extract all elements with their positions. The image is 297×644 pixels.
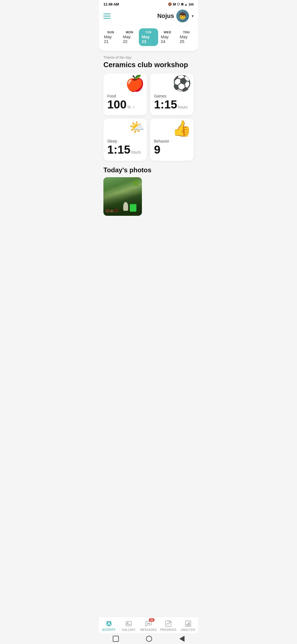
battery-icon: 100: [189, 3, 194, 6]
food-unit: %: [127, 105, 131, 109]
sleep-card[interactable]: 🌤️ Sleep 1:15 hours: [103, 119, 147, 160]
games-card[interactable]: ⚽ Games 1:15 hours: [150, 73, 194, 115]
day-name: SUN: [107, 31, 114, 34]
theme-title: Ceramics club workshop: [103, 61, 194, 69]
mute-icon: 🔕: [168, 2, 172, 6]
food-arrow-icon: ›: [133, 104, 134, 110]
games-number: 1:15: [154, 98, 177, 111]
behavior-label: Behavior: [154, 139, 190, 143]
sleep-number: 1:15: [107, 143, 130, 156]
photo-thumbnail[interactable]: [103, 177, 142, 216]
wifi-icon: ▲: [185, 3, 188, 6]
hamburger-line: [103, 16, 111, 17]
food-card[interactable]: 🍎 Food 100 % ›: [103, 73, 147, 115]
behavior-number: 9: [154, 143, 160, 156]
hamburger-line: [103, 13, 111, 14]
day-date: May 24: [161, 34, 174, 44]
day-date: May 23: [142, 34, 155, 44]
app-header: Nojus ▾: [99, 7, 198, 26]
avatar-image: [176, 10, 189, 22]
sleep-label: Sleep: [107, 139, 143, 143]
calendar-day-thu[interactable]: THU May 25: [177, 28, 196, 46]
main-content: Theme of the day Ceramics club workshop …: [99, 51, 198, 161]
hamburger-line: [103, 18, 111, 19]
mail-icon: M: [173, 2, 176, 6]
user-name-label: Nojus: [157, 12, 174, 20]
food-label: Food: [107, 94, 143, 98]
chevron-down-icon[interactable]: ▾: [192, 14, 194, 18]
food-number: 100: [107, 98, 127, 111]
games-value: 1:15 hours: [154, 98, 190, 111]
behavior-value: 9: [154, 143, 190, 156]
ceramics-photo-image: [103, 177, 142, 216]
day-name: WED: [164, 31, 171, 34]
day-date: May 21: [104, 34, 117, 44]
photos-section: Today's photos: [99, 166, 198, 221]
games-unit: hours: [178, 105, 188, 109]
food-icon: 🍎: [125, 76, 145, 91]
status-icons: 🔕 M ⬡ ⊠ ▲ 100: [168, 2, 194, 6]
calendar-day-mon[interactable]: MON May 22: [120, 28, 139, 46]
behavior-card[interactable]: 👍 Behavior 9: [150, 119, 194, 160]
calendar-day-sun[interactable]: SUN May 21: [101, 28, 120, 46]
header-user-section: Nojus ▾: [157, 10, 194, 22]
day-date: May 25: [180, 34, 193, 44]
sleep-unit: hours: [131, 150, 141, 154]
calendar-strip: SUN May 21 MON May 22 TUE May 23 WED May…: [99, 26, 198, 51]
day-name: TUE: [145, 31, 152, 34]
sleep-value: 1:15 hours: [107, 143, 143, 156]
calendar-day-wed[interactable]: WED May 24: [158, 28, 177, 46]
hamburger-menu-button[interactable]: [103, 13, 111, 19]
day-name: MON: [126, 31, 133, 34]
behavior-icon: 👍: [172, 121, 191, 136]
bluetooth-icon: ⬡: [177, 2, 180, 6]
status-time: 11:49 AM: [103, 2, 119, 6]
day-date: May 22: [123, 34, 136, 44]
user-avatar[interactable]: [176, 10, 189, 22]
games-icon: ⚽: [172, 76, 191, 91]
calendar-day-tue[interactable]: TUE May 23: [139, 28, 158, 46]
food-value: 100 % ›: [107, 98, 143, 111]
day-name: THU: [183, 31, 190, 34]
games-label: Games: [154, 94, 190, 98]
sleep-icon: 🌤️: [129, 121, 145, 133]
activity-cards-grid: 🍎 Food 100 % › ⚽ Games 1:15 hours 🌤️ Sle…: [103, 73, 194, 160]
status-bar: 11:49 AM 🔕 M ⬡ ⊠ ▲ 100: [99, 0, 198, 7]
photos-section-title: Today's photos: [103, 166, 194, 174]
theme-label: Theme of the day: [103, 55, 194, 59]
sim-icon: ⊠: [181, 2, 183, 6]
